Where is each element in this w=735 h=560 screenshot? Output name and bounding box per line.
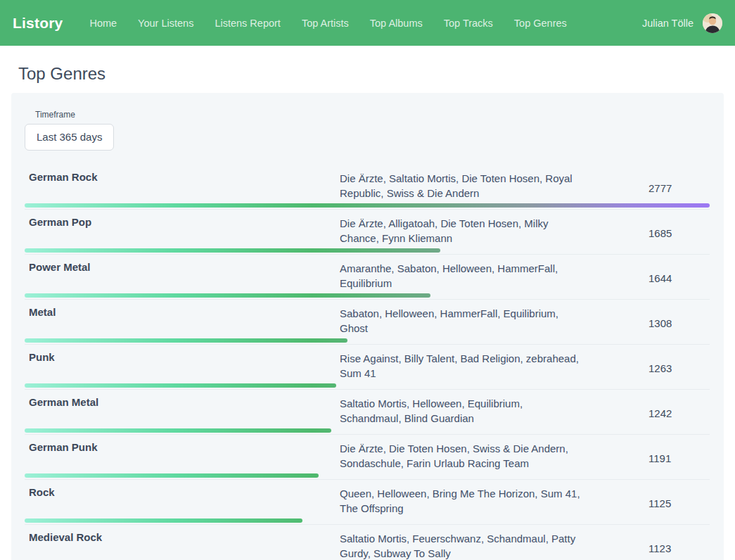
genre-listen-count: 1644 <box>586 272 710 288</box>
timeframe-field: Timeframe Last 365 days <box>25 110 710 151</box>
genre-row: Metal Sabaton, Helloween, HammerFall, Eq… <box>25 300 710 345</box>
genre-bar <box>25 383 336 388</box>
genre-bar <box>25 203 710 208</box>
user-name: Julian Tölle <box>642 18 694 29</box>
genre-top-artists: Queen, Helloween, Bring Me The Horizon, … <box>340 486 586 524</box>
genre-top-artists: Rise Against, Billy Talent, Bad Religion… <box>340 351 586 389</box>
genre-row: Punk Rise Against, Billy Talent, Bad Rel… <box>25 345 710 390</box>
genre-row: Power Metal Amaranthe, Sabaton, Hellowee… <box>25 255 710 300</box>
nav-item-your-listens[interactable]: Your Listens <box>138 18 193 29</box>
genre-bar <box>25 338 347 343</box>
timeframe-select[interactable]: Last 365 days <box>25 124 114 151</box>
genre-listen-count: 1191 <box>586 452 710 469</box>
genre-bar <box>25 473 319 478</box>
genre-top-artists: Sabaton, Helloween, HammerFall, Equilibr… <box>340 306 586 344</box>
genre-listen-count: 1125 <box>586 497 710 514</box>
genre-bar <box>25 518 302 523</box>
genre-listen-count: 1242 <box>586 407 710 424</box>
genre-listen-count: 1263 <box>586 362 710 378</box>
genre-listen-count: 2777 <box>586 182 710 198</box>
genre-bar <box>25 293 430 298</box>
genre-bar <box>25 428 331 433</box>
genre-name: Medieval Rock <box>25 531 340 560</box>
top-navbar: Listory HomeYour ListensListens ReportTo… <box>0 0 735 46</box>
genre-row: German Rock Die Ärzte, Saltatio Mortis, … <box>25 165 710 210</box>
user-menu[interactable]: Julian Tölle <box>642 13 722 33</box>
genre-top-artists: Saltatio Mortis, Feuerschwanz, Schandmau… <box>340 531 586 560</box>
nav-item-top-tracks[interactable]: Top Tracks <box>444 18 493 29</box>
genre-bar <box>25 248 440 253</box>
user-photo-icon <box>703 13 722 33</box>
genre-row: German Metal Saltatio Mortis, Helloween,… <box>25 390 710 435</box>
nav-item-top-artists[interactable]: Top Artists <box>302 18 349 29</box>
user-avatar[interactable] <box>703 13 722 33</box>
genre-listen-count: 1685 <box>586 227 710 243</box>
genre-row: Rock Queen, Helloween, Bring Me The Hori… <box>25 480 710 525</box>
genre-row: German Punk Die Ärzte, Die Toten Hosen, … <box>25 435 710 480</box>
genre-row: German Pop Die Ärzte, Alligatoah, Die To… <box>25 210 710 255</box>
nav-item-home[interactable]: Home <box>89 18 117 29</box>
genre-table: German Rock Die Ärzte, Saltatio Mortis, … <box>25 165 710 560</box>
page-title: Top Genres <box>18 64 724 84</box>
nav-item-top-albums[interactable]: Top Albums <box>370 18 423 29</box>
genre-top-artists: Die Ärzte, Die Toten Hosen, Swiss & Die … <box>340 441 586 479</box>
genre-top-artists: Saltatio Mortis, Helloween, Equilibrium,… <box>340 396 586 434</box>
nav-item-top-genres[interactable]: Top Genres <box>514 18 567 29</box>
page-content: Top Genres Timeframe Last 365 days Germa… <box>0 64 735 560</box>
genre-listen-count: 1123 <box>586 542 710 559</box>
nav-item-listens-report[interactable]: Listens Report <box>215 18 281 29</box>
genre-listen-count: 1308 <box>586 317 710 333</box>
main-nav: HomeYour ListensListens ReportTop Artist… <box>89 18 566 29</box>
genre-row: Medieval Rock Saltatio Mortis, Feuerschw… <box>25 525 710 560</box>
top-genres-card: Timeframe Last 365 days German Rock Die … <box>11 93 724 560</box>
app-logo[interactable]: Listory <box>13 15 63 32</box>
timeframe-label: Timeframe <box>35 110 710 120</box>
